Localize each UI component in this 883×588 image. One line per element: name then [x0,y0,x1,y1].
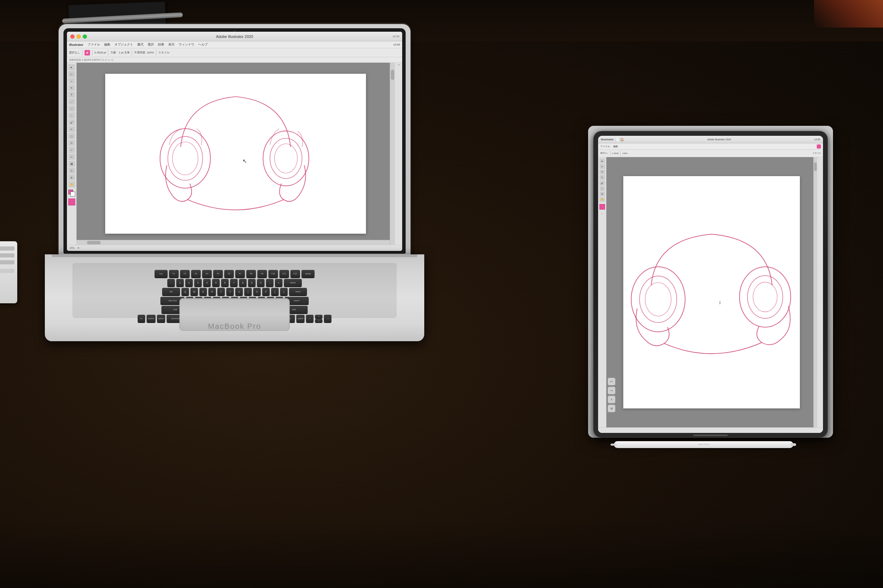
hand-tool[interactable]: ✋ [68,181,75,188]
key-f4[interactable]: F4 [202,270,212,278]
eyedropper-tool[interactable]: ⊙ [68,168,75,174]
key-f9[interactable]: F9 [257,270,267,278]
stroke-color-swatch[interactable] [71,192,75,196]
key-f11[interactable]: F11 [280,270,289,278]
menu-help[interactable]: ヘルプ [199,42,208,47]
canvas-area[interactable]: ↖ [77,63,394,245]
menu-type[interactable]: 書式 [137,42,143,47]
ipad-color-indicator[interactable] [817,144,821,148]
left-tools-panel[interactable]: ▸ ▷ ⌕ ✒ T ／ □ ○ 🖌 ✏ ◻ ↻ ⤢ ∞ ▦ [67,63,77,245]
foreground-color[interactable] [68,190,75,196]
key-5[interactable]: 5 [212,279,220,286]
key-f6[interactable]: F6 [224,270,234,278]
ipad-vertical-scrollbar[interactable] [813,157,817,428]
key-f1[interactable]: F1 [169,270,179,278]
key-fn[interactable]: fn [138,315,145,322]
artboard[interactable]: ↖ [105,74,366,234]
ipad-type-tool[interactable]: T [599,175,605,180]
ipad-pen-tool[interactable]: ✒ [599,170,605,174]
ipad-hand-tool[interactable]: ✋ [599,197,605,202]
key-f10[interactable]: F10 [268,270,278,278]
key-f7[interactable]: F7 [235,270,245,278]
ipad-direct-selection-tool[interactable]: ▷ [599,164,605,169]
key-f2[interactable]: F2 [180,270,190,278]
ipad-toolbar[interactable]: 選択なし 0.3528 120% スタイル [598,150,823,157]
maximize-button[interactable] [83,34,87,39]
key-return-top[interactable]: return [289,288,307,296]
ipad-artboard[interactable]: ↕ [623,176,800,408]
key-close-bracket[interactable]: } [280,288,288,296]
horizontal-scrollbar[interactable] [77,240,390,245]
key-1[interactable]: 1 [176,279,184,286]
rect-tool[interactable]: □ [68,105,75,112]
scrollbar-thumb-horizontal[interactable] [87,241,101,244]
key-equals[interactable]: = [275,279,283,286]
key-9[interactable]: 9 [248,279,256,286]
key-f8[interactable]: F8 [246,270,256,278]
ipad-active-color[interactable] [599,204,605,210]
ipad-menu-edit[interactable]: 編集 [613,145,618,148]
key-0[interactable]: 0 [257,279,265,286]
zoom-tool[interactable]: ⊕ [68,174,75,181]
key-delete-top[interactable]: delete [301,270,314,278]
brush-tool[interactable]: 🖌 [68,119,75,126]
ipad-layers-button[interactable]: ≡ [608,396,615,403]
key-6[interactable]: 6 [221,279,229,286]
ipad-more-tools[interactable]: ... [601,212,603,215]
ipad-left-tools[interactable]: ▸ ▷ ✒ T 🖌 □ ⊕ ✋ ... [598,157,606,428]
rotate-tool[interactable]: ↻ [68,140,75,146]
ipad-shape-tool[interactable]: □ [599,186,605,191]
key-3[interactable]: 3 [194,279,202,286]
menu-illustrator[interactable]: Illustrator [69,43,83,46]
ipad-menubar[interactable]: ファイル 編集 [598,143,823,150]
menu-edit[interactable]: 編集 [104,42,110,47]
key-right[interactable]: → [324,315,331,322]
line-tool[interactable]: ／ [68,99,75,105]
ipad-canvas-area[interactable]: ↕ [606,157,817,428]
ellipse-tool[interactable]: ○ [68,112,75,118]
eraser-tool[interactable]: ◻ [68,133,75,139]
key-e[interactable]: E [199,288,207,296]
ipad-brush-tool[interactable]: 🖌 [599,181,605,185]
mac-toolbar[interactable]: 選択なし 0.3528 pt 力量: 1 pt 太筆 不透明度: 100% スタ… [67,48,402,57]
pen-tool[interactable]: ✒ [68,85,75,91]
direct-selection-tool[interactable]: ▷ [68,71,75,77]
key-option-left[interactable]: option [157,315,165,322]
key-delete[interactable]: delete [284,279,302,286]
key-left[interactable]: ← [306,315,313,322]
ipad-floating-tools[interactable]: ↩ ↪ ≡ ⊞ [608,378,615,412]
close-button[interactable] [71,34,75,39]
lasso-tool[interactable]: ⌕ [68,78,75,84]
key-t[interactable]: T [217,288,225,296]
mac-menubar[interactable]: Illustrator ファイル 編集 オブジェクト 書式 選択 効果 表示 ウ… [67,41,402,48]
key-y[interactable]: Y [226,288,234,296]
active-color-indicator[interactable] [68,198,75,206]
menu-select[interactable]: 選択 [147,42,154,47]
ipad-screen[interactable]: Illustrator 📄 🏠 Adobe Illustrator 2020 1… [598,136,823,433]
key-open-bracket[interactable]: { [271,288,279,296]
key-r[interactable]: R [208,288,216,296]
menu-window[interactable]: ウィンドウ [179,42,194,47]
key-7[interactable]: 7 [230,279,238,286]
key-4[interactable]: 4 [203,279,211,286]
selection-tool[interactable]: ▸ [68,64,75,70]
key-down[interactable]: ↓ [315,319,322,322]
pen-tool-icon[interactable] [84,50,90,56]
key-f3[interactable]: F3 [191,270,201,278]
key-minus[interactable]: - [266,279,274,286]
ipad-properties-button[interactable]: ⊞ [608,405,615,412]
key-8[interactable]: 8 [239,279,247,286]
minimize-button[interactable] [77,34,81,39]
blend-tool[interactable]: ∞ [68,154,75,160]
menu-file[interactable]: ファイル [87,42,100,47]
type-tool[interactable]: T [68,92,75,98]
ipad-menu-file[interactable]: ファイル [600,145,610,148]
illustrator-mac-app[interactable]: Adobe Illustrator 2020 12:34 Illustrator… [67,32,402,251]
key-w[interactable]: W [190,288,198,296]
ipad-scrollbar-thumb[interactable] [814,162,817,171]
pencil-tool[interactable]: ✏ [68,126,75,132]
ipad-redo-button[interactable]: ↪ [608,387,615,394]
scrollbar-thumb-vertical[interactable] [391,70,394,80]
key-backtick[interactable]: ` [167,279,175,286]
key-option-right[interactable]: option [296,315,305,322]
